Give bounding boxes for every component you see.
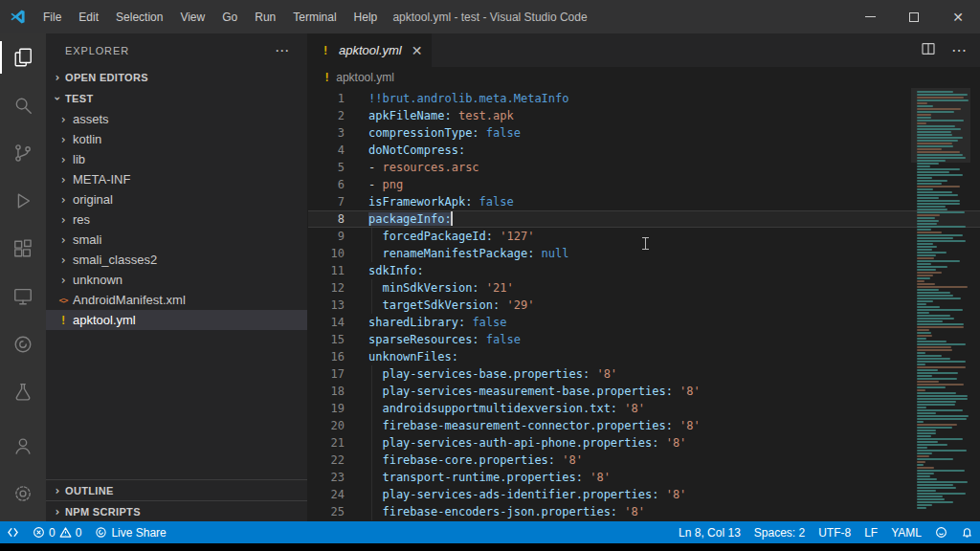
menu-view[interactable]: View <box>171 0 213 33</box>
tree-item-androidmanifest.xml[interactable]: <>AndroidManifest.xml <box>46 290 307 310</box>
code-editor[interactable]: 1!!brut.androlib.meta.MetaInfo2apkFileNa… <box>308 88 980 521</box>
menu-terminal[interactable]: Terminal <box>284 0 345 33</box>
tree-item-meta-inf[interactable]: ›META-INF <box>46 169 307 189</box>
code-line[interactable]: 7isFrameworkApk: false <box>308 193 980 210</box>
code-line[interactable]: 15sparseResources: false <box>308 331 980 348</box>
eol-selector[interactable]: LF <box>858 521 884 543</box>
explorer-more-actions-icon[interactable]: ⋯ <box>275 42 290 59</box>
tree-item-unknown[interactable]: ›unknown <box>46 270 307 290</box>
line-number[interactable]: 19 <box>308 400 368 417</box>
maximize-button[interactable] <box>892 0 936 33</box>
line-number[interactable]: 4 <box>308 142 368 159</box>
code-line[interactable]: 3compressionType: false <box>308 124 980 142</box>
minimap[interactable] <box>913 88 969 521</box>
remote-explorer-icon[interactable] <box>0 273 46 320</box>
code-line[interactable]: 18 play-services-measurement-base.proper… <box>308 383 980 400</box>
code-line[interactable]: 1!!brut.androlib.meta.MetaInfo <box>308 90 980 107</box>
code-line[interactable]: 11sdkInfo: <box>308 262 980 279</box>
tree-item-original[interactable]: ›original <box>46 189 307 209</box>
line-number[interactable]: 6 <box>308 176 368 193</box>
code-line[interactable]: 4doNotCompress: <box>308 142 980 159</box>
line-number[interactable]: 24 <box>308 486 368 503</box>
manage-icon[interactable] <box>0 470 46 518</box>
line-number[interactable]: 23 <box>308 469 368 486</box>
code-line[interactable]: 20 firebase-measurement-connector.proper… <box>308 417 980 434</box>
line-number[interactable]: 11 <box>308 262 368 279</box>
code-line[interactable]: 2apkFileName: test.apk <box>308 107 980 124</box>
problems-button[interactable]: 0 0 <box>26 521 88 543</box>
live-share-icon[interactable] <box>0 320 46 368</box>
line-number[interactable]: 2 <box>308 107 368 124</box>
code-line[interactable]: 21 play-services-auth-api-phone.properti… <box>308 434 980 452</box>
code-line[interactable]: 17 play-services-base.properties: '8' <box>308 365 980 383</box>
tree-item-smali[interactable]: ›smali <box>46 230 307 250</box>
live-share-button[interactable]: Live Share <box>88 521 172 543</box>
search-icon[interactable] <box>0 81 46 129</box>
line-number[interactable]: 8 <box>308 210 368 228</box>
line-number[interactable]: 3 <box>308 124 368 142</box>
line-number[interactable]: 21 <box>308 434 368 452</box>
explorer-icon[interactable] <box>0 33 46 81</box>
code-line[interactable]: 14sharedLibrary: false <box>308 314 980 331</box>
code-line[interactable]: 8packageInfo: <box>308 210 980 228</box>
code-line[interactable]: 13 targetSdkVersion: '29' <box>308 297 980 314</box>
line-number[interactable]: 7 <box>308 193 368 210</box>
line-number[interactable]: 5 <box>308 159 368 176</box>
line-number[interactable]: 17 <box>308 365 368 383</box>
line-number[interactable]: 14 <box>308 314 368 331</box>
run-and-debug-icon[interactable] <box>0 177 46 225</box>
tree-item-kotlin[interactable]: ›kotlin <box>46 129 307 149</box>
open-editors-section[interactable]: › OPEN EDITORS <box>46 67 307 88</box>
code-line[interactable]: 5- resources.arsc <box>308 159 980 176</box>
line-number[interactable]: 25 <box>308 503 368 520</box>
notifications-button[interactable] <box>954 521 980 543</box>
workspace-section[interactable]: › TEST <box>46 88 307 109</box>
code-line[interactable]: 23 transport-runtime.properties: '8' <box>308 469 980 486</box>
encoding[interactable]: UTF-8 <box>812 521 858 543</box>
tree-item-smali_classes2[interactable]: ›smali_classes2 <box>46 250 307 270</box>
code-line[interactable]: 16unknownFiles: <box>308 348 980 365</box>
line-number[interactable]: 20 <box>308 417 368 434</box>
line-number[interactable]: 9 <box>308 228 368 245</box>
code-line[interactable]: 12 minSdkVersion: '21' <box>308 279 980 297</box>
breadcrumb[interactable]: ! apktool.yml <box>308 67 980 88</box>
minimize-button[interactable] <box>848 0 892 33</box>
tab-apktool-yml[interactable]: ! apktool.yml ✕ <box>308 33 432 67</box>
menu-edit[interactable]: Edit <box>70 0 107 33</box>
line-number[interactable]: 18 <box>308 383 368 400</box>
feedback-button[interactable] <box>928 521 954 543</box>
language-mode[interactable]: YAML <box>884 521 928 543</box>
menu-run[interactable]: Run <box>246 0 284 33</box>
code-line[interactable]: 10 renameManifestPackage: null <box>308 245 980 262</box>
tree-item-lib[interactable]: ›lib <box>46 149 307 169</box>
extensions-icon[interactable] <box>0 225 46 273</box>
outline-section[interactable]: › OUTLINE <box>46 479 307 500</box>
close-tab-icon[interactable]: ✕ <box>412 43 423 58</box>
menu-go[interactable]: Go <box>213 0 246 33</box>
code-line[interactable]: 19 androidsupportmultidexversion.txt: '8… <box>308 400 980 417</box>
code-line[interactable]: 9 forcedPackageId: '127' <box>308 228 980 245</box>
menu-selection[interactable]: Selection <box>107 0 171 33</box>
cursor-position[interactable]: Ln 8, Col 13 <box>672 521 747 543</box>
source-control-icon[interactable] <box>0 129 46 177</box>
more-actions-icon[interactable]: ⋯ <box>951 41 967 59</box>
code-line[interactable]: 22 firebase-core.properties: '8' <box>308 452 980 469</box>
code-line[interactable]: 6- png <box>308 176 980 193</box>
line-number[interactable]: 12 <box>308 279 368 297</box>
code-line[interactable]: 25 firebase-encoders-json.properties: '8… <box>308 503 980 520</box>
test-explorer-icon[interactable] <box>0 368 46 416</box>
line-number[interactable]: 15 <box>308 331 368 348</box>
npm-scripts-section[interactable]: › NPM SCRIPTS <box>46 500 307 521</box>
remote-window-button[interactable] <box>0 521 26 543</box>
line-number[interactable]: 1 <box>308 90 368 107</box>
split-editor-icon[interactable] <box>921 41 936 60</box>
code-line[interactable]: 24 play-services-ads-identifier.properti… <box>308 486 980 503</box>
line-number[interactable]: 16 <box>308 348 368 365</box>
tree-item-apktool.yml[interactable]: !apktool.yml <box>46 310 307 330</box>
indentation[interactable]: Spaces: 2 <box>747 521 812 543</box>
accounts-icon[interactable] <box>0 422 46 470</box>
menu-help[interactable]: Help <box>345 0 387 33</box>
tree-item-res[interactable]: ›res <box>46 209 307 230</box>
menu-file[interactable]: File <box>34 0 70 33</box>
tree-item-assets[interactable]: ›assets <box>46 109 307 129</box>
